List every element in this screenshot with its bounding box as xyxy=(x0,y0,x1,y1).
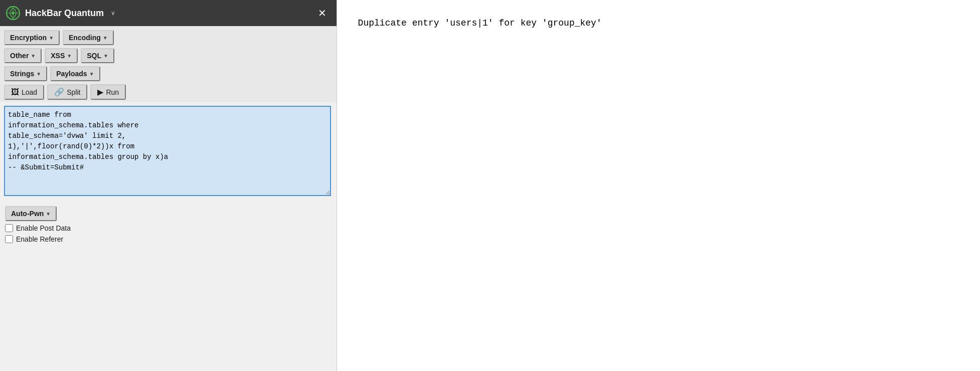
auto-pwn-arrow-icon: ▼ xyxy=(46,211,51,217)
enable-referer-label: Enable Referer xyxy=(16,235,63,243)
enable-post-data-checkbox[interactable] xyxy=(5,224,13,232)
app-title: HackBar Quantum xyxy=(25,8,104,19)
load-icon: 🖼 xyxy=(11,88,19,97)
split-button[interactable]: 🔗 Split xyxy=(47,84,87,100)
title-chevron-icon[interactable]: ∨ xyxy=(111,10,115,17)
encoding-arrow-icon: ▼ xyxy=(103,35,108,41)
encryption-arrow-icon: ▼ xyxy=(49,35,54,41)
title-bar-left: HackBar Quantum ∨ xyxy=(6,6,115,20)
auto-pwn-row: Auto-Pwn ▼ xyxy=(5,206,332,221)
split-label: Split xyxy=(67,88,80,96)
run-button[interactable]: ▶ Run xyxy=(90,84,126,100)
split-icon: 🔗 xyxy=(54,87,64,97)
toolbar-row-3: Strings ▼ Payloads ▼ xyxy=(4,66,333,81)
run-label: Run xyxy=(106,88,119,96)
encoding-label: Encoding xyxy=(69,34,101,42)
payloads-arrow-icon: ▼ xyxy=(89,71,94,77)
output-text: Duplicate entry 'users|1' for key 'group… xyxy=(358,18,602,28)
output-panel: Duplicate entry 'users|1' for key 'group… xyxy=(337,0,980,371)
toolbar-row-actions: 🖼 Load 🔗 Split ▶ Run xyxy=(4,84,333,100)
xss-arrow-icon: ▼ xyxy=(67,53,72,59)
encoding-dropdown[interactable]: Encoding ▼ xyxy=(63,30,114,45)
sql-arrow-icon: ▼ xyxy=(103,53,108,59)
load-button[interactable]: 🖼 Load xyxy=(4,85,44,100)
xss-dropdown[interactable]: XSS ▼ xyxy=(45,48,78,63)
close-button[interactable]: ✕ xyxy=(314,6,331,20)
strings-label: Strings xyxy=(10,70,34,78)
encryption-dropdown[interactable]: Encryption ▼ xyxy=(4,30,60,45)
enable-post-data-label: Enable Post Data xyxy=(16,224,71,232)
auto-pwn-label: Auto-Pwn xyxy=(11,210,44,218)
bottom-area: Auto-Pwn ▼ Enable Post Data Enable Refer… xyxy=(0,202,337,247)
other-dropdown[interactable]: Other ▼ xyxy=(4,48,42,63)
toolbar-area: Encryption ▼ Encoding ▼ Other ▼ XSS ▼ SQ… xyxy=(0,26,337,102)
textarea-container: table_name from information_schema.table… xyxy=(0,102,337,202)
auto-pwn-dropdown[interactable]: Auto-Pwn ▼ xyxy=(5,206,57,221)
payloads-label: Payloads xyxy=(56,70,87,78)
enable-post-data-row: Enable Post Data xyxy=(5,224,332,232)
other-arrow-icon: ▼ xyxy=(31,53,36,59)
toolbar-row-2: Other ▼ XSS ▼ SQL ▼ xyxy=(4,48,333,63)
title-bar: HackBar Quantum ∨ ✕ xyxy=(0,0,337,26)
xss-label: XSS xyxy=(51,52,65,60)
query-textarea[interactable]: table_name from information_schema.table… xyxy=(4,106,331,196)
encryption-label: Encryption xyxy=(10,34,47,42)
other-label: Other xyxy=(10,52,29,60)
enable-referer-checkbox[interactable] xyxy=(5,235,13,243)
run-icon: ▶ xyxy=(97,87,103,97)
sql-label: SQL xyxy=(87,52,101,60)
payloads-dropdown[interactable]: Payloads ▼ xyxy=(50,66,100,81)
strings-dropdown[interactable]: Strings ▼ xyxy=(4,66,47,81)
toolbar-row-1: Encryption ▼ Encoding ▼ xyxy=(4,30,333,45)
load-label: Load xyxy=(22,88,37,96)
hackbar-panel: HackBar Quantum ∨ ✕ Encryption ▼ Encodin… xyxy=(0,0,337,371)
hackbar-logo-icon xyxy=(6,6,20,20)
sql-dropdown[interactable]: SQL ▼ xyxy=(81,48,114,63)
enable-referer-row: Enable Referer xyxy=(5,235,332,243)
strings-arrow-icon: ▼ xyxy=(36,71,41,77)
